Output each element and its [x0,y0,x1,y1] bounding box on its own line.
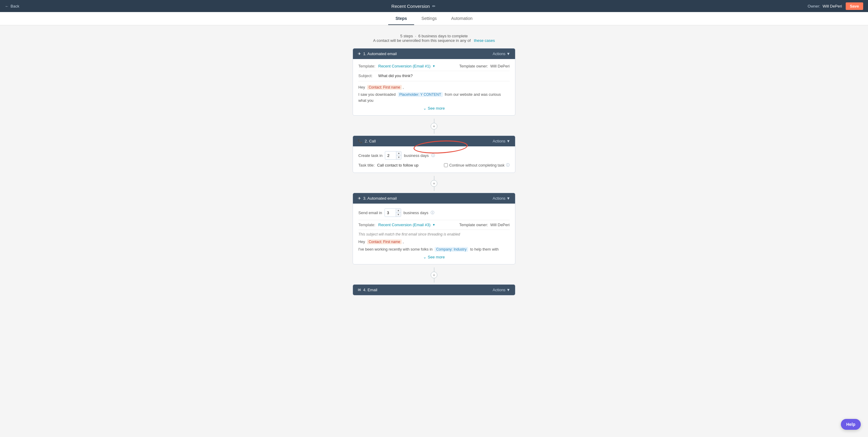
summary-bar: 5 steps · 6 business days to complete A … [373,34,495,43]
step2-continue-checkbox-group: Continue without completing task ⓘ [444,163,510,168]
step3-decrement-button[interactable]: ▼ [396,213,401,216]
step1-body-line1: Hey Contact: First name , [358,84,510,90]
tab-steps[interactable]: Steps [388,12,414,25]
step1-actions-button[interactable]: Actions ▼ [493,52,510,56]
top-nav-right: Owner: Will DePeri Save [808,2,863,10]
step1-body-line2: I saw you downloaded Placeholder: Y CONT… [358,92,510,104]
connector-1-line [434,119,434,123]
step2-number-input-wrap: 2 ▲ ▼ [385,151,401,160]
step3-see-more-row: ⌄ See more [358,255,510,259]
step2-continue-checkbox[interactable] [444,163,448,167]
step2-task-title-row: Task title: Call contact to follow up Co… [358,163,510,168]
step2-help-icon[interactable]: ⓘ [431,153,435,158]
step4-actions-label: Actions [493,288,505,292]
step1-body-prefix1: Hey [358,85,365,90]
step2-create-task-label: Create task in [358,153,382,158]
connector-1-plus-button[interactable]: + [431,123,437,130]
step2-continue-help-icon[interactable]: ⓘ [506,163,510,168]
steps-count: 5 steps [400,34,413,38]
step3-body-line2: I've been working recently with some fol… [358,246,510,253]
step1-email-icon: ✈ [358,52,361,56]
step3-body-prefix2: I've been working recently with some fol… [358,247,433,251]
step3-template-link[interactable]: Recent Conversion (Email #3) [378,223,430,227]
step3-see-more-button[interactable]: ⌄ See more [423,255,444,259]
step1-see-more-button[interactable]: ⌄ See more [423,106,444,110]
step3-see-more-label: See more [428,255,444,259]
step2-spinners: ▲ ▼ [396,152,401,159]
step4-header: ✉ 4. Email Actions ▼ [353,284,515,295]
step2-increment-button[interactable]: ▲ [396,152,401,156]
step1-template-row: Template: Recent Conversion (Email #1) ▼… [358,64,510,68]
step3-actions-label: Actions [493,196,505,201]
step2-continue-label: Continue without completing task [450,163,504,167]
connector-3: + [431,266,437,284]
step2-days-input[interactable]: 2 [385,152,396,159]
connector-2: + [431,174,437,193]
step2-task-title-value: Call contact to follow up [377,163,418,167]
step3-business-days-label: business days [404,210,428,215]
step1-template-link[interactable]: Recent Conversion (Email #1) [378,64,430,68]
connector-1: + [431,117,437,136]
step2-card-wrapper: 📞 2. Call Actions ▼ Create task in 2 ▲ [352,136,516,174]
connector-2-line [434,176,434,180]
step4-actions-button[interactable]: Actions ▼ [493,288,510,292]
step1-see-more-row: ⌄ See more [358,106,510,110]
step2-header-left: 📞 2. Call [358,139,376,143]
step1-body: Template: Recent Conversion (Email #1) ▼… [353,59,515,115]
connector-2-plus-button[interactable]: + [431,180,437,187]
owner-label-text: Owner: [808,4,820,8]
step3-actions-chevron: ▼ [506,196,510,201]
step3-token2: Company: Industry [435,247,468,252]
step1-card: ✈ 1. Automated email Actions ▼ Template:… [352,48,516,116]
sequence-title: Recent Conversion [392,4,430,9]
step3-help-icon[interactable]: ⓘ [431,210,434,215]
step3-token1: Contact: First name [367,239,402,244]
step1-header: ✈ 1. Automated email Actions ▼ [353,48,515,59]
step4-title: 4. Email [363,288,377,292]
step3-increment-button[interactable]: ▲ [396,209,401,213]
step3-actions-button[interactable]: Actions ▼ [493,196,510,201]
save-button[interactable]: Save [846,2,863,10]
step4-header-left: ✉ 4. Email [358,288,377,292]
step2-header: 📞 2. Call Actions ▼ [353,136,515,146]
step2-create-task-row: Create task in 2 ▲ ▼ business days ⓘ [358,151,510,160]
unenroll-text: A contact will be unenrolled from this s… [373,38,471,43]
step3-days-input[interactable] [385,209,396,216]
step1-subject-row: Subject: What did you think? [358,73,510,81]
step1-template-dropdown-icon[interactable]: ▼ [432,64,435,68]
step1-template-owner: Template owner: Will DePeri [459,64,510,68]
step2-body: Create task in 2 ▲ ▼ business days ⓘ Tas… [353,146,515,173]
step4-actions-chevron: ▼ [506,288,510,292]
back-label: Back [10,4,19,8]
step1-token2: Placeholder: Y CONTENT [398,92,443,97]
step3-email-preview: Hey Contact: First name , I've been work… [358,239,510,252]
connector-3-plus-button[interactable]: + [431,272,437,278]
edit-title-icon[interactable]: ✏ [432,4,435,8]
step3-spinners: ▲ ▼ [396,209,401,216]
step2-actions-label: Actions [493,139,505,143]
step3-email-icon: ✈ [358,196,361,201]
step3-card: ✈ 3. Automated email Actions ▼ Send emai… [352,193,516,264]
connector-2-line-bottom [434,187,434,191]
step3-template-owner: Template owner: Will DePeri [459,223,510,227]
top-nav: ← Back Recent Conversion ✏ Owner: Will D… [0,0,868,12]
step1-actions-chevron: ▼ [506,52,510,56]
step2-business-days-label: business days [404,153,429,158]
step4-card: ✉ 4. Email Actions ▼ [352,284,516,296]
back-button[interactable]: ← Back [5,4,19,8]
step3-see-more-chevron-icon: ⌄ [423,255,427,259]
step2-decrement-button[interactable]: ▼ [396,156,401,159]
tab-settings[interactable]: Settings [414,12,444,25]
step1-actions-label: Actions [493,52,505,56]
connector-3-line [434,267,434,272]
help-fab-button[interactable]: Help [841,419,861,430]
step1-subject-label: Subject: [358,73,376,78]
step3-send-email-row: Send email in ▲ ▼ business days ⓘ [358,208,510,217]
step2-actions-button[interactable]: Actions ▼ [493,139,510,143]
step3-template-dropdown-icon[interactable]: ▼ [432,223,435,227]
step1-header-left: ✈ 1. Automated email [358,52,397,56]
step2-title: 2. Call [365,139,376,143]
these-cases-link[interactable]: these cases [474,38,495,43]
tab-automation[interactable]: Automation [444,12,480,25]
step3-body-suffix2: to help them with [470,247,499,251]
